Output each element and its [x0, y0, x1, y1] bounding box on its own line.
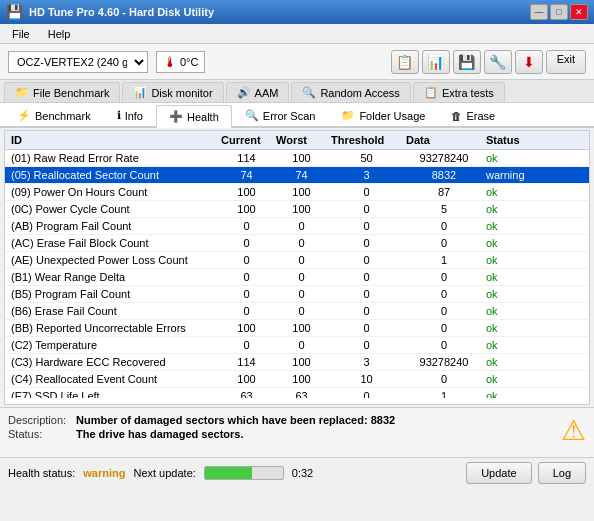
maximize-button[interactable]: □ [550, 4, 568, 20]
tab-extra-tests[interactable]: 📋 Extra tests [413, 82, 505, 102]
cell-current: 63 [219, 389, 274, 398]
col-status[interactable]: Status [484, 133, 554, 147]
tab-file-benchmark[interactable]: 📁 File Benchmark [4, 82, 120, 102]
cell-id: (C3) Hardware ECC Recovered [9, 355, 219, 369]
health-status-value: warning [83, 467, 125, 479]
folder-usage-icon: 📁 [341, 109, 355, 122]
tab-info[interactable]: ℹ Info [104, 105, 156, 126]
close-button[interactable]: ✕ [570, 4, 588, 20]
cell-threshold: 10 [329, 372, 404, 386]
table-row[interactable]: (B1) Wear Range Delta 0 0 0 0 ok [5, 269, 589, 286]
cell-current: 0 [219, 236, 274, 250]
cell-worst: 74 [274, 168, 329, 182]
cell-worst: 100 [274, 185, 329, 199]
cell-current: 74 [219, 168, 274, 182]
tab-folder-usage[interactable]: 📁 Folder Usage [328, 105, 438, 126]
tab-erase[interactable]: 🗑 Erase [438, 105, 508, 126]
cell-status: ok [484, 236, 554, 250]
cell-data: 0 [404, 321, 484, 335]
toolbar-btn-5[interactable]: ⬇ [515, 50, 543, 74]
cell-worst: 100 [274, 151, 329, 165]
col-data[interactable]: Data [404, 133, 484, 147]
table-row[interactable]: (C4) Reallocated Event Count 100 100 10 … [5, 371, 589, 388]
cell-threshold: 0 [329, 219, 404, 233]
aam-icon: 🔊 [237, 86, 251, 99]
table-row[interactable]: (01) Raw Read Error Rate 114 100 50 9327… [5, 150, 589, 167]
description-label: Description: [8, 414, 68, 426]
cell-data: 0 [404, 270, 484, 284]
cell-current: 100 [219, 185, 274, 199]
col-worst[interactable]: Worst [274, 133, 329, 147]
col-threshold[interactable]: Threshold [329, 133, 404, 147]
table-row[interactable]: (0C) Power Cycle Count 100 100 0 5 ok [5, 201, 589, 218]
table-row[interactable]: (05) Reallocated Sector Count 74 74 3 88… [5, 167, 589, 184]
tab-error-scan[interactable]: 🔍 Error Scan [232, 105, 329, 126]
table-row[interactable]: (AC) Erase Fail Block Count 0 0 0 0 ok [5, 235, 589, 252]
app-title: HD Tune Pro 4.60 - Hard Disk Utility [29, 6, 214, 18]
drive-select[interactable]: OCZ-VERTEX2 (240 gB) [8, 51, 148, 73]
tab-random-access[interactable]: 🔍 Random Access [291, 82, 410, 102]
update-button[interactable]: Update [466, 462, 531, 484]
cell-current: 114 [219, 355, 274, 369]
title-bar: 💾 HD Tune Pro 4.60 - Hard Disk Utility —… [0, 0, 594, 24]
temperature-display: 🌡 0°C [156, 51, 205, 73]
benchmark-icon: ⚡ [17, 109, 31, 122]
cell-status: ok [484, 270, 554, 284]
table-row[interactable]: (AB) Program Fail Count 0 0 0 0 ok [5, 218, 589, 235]
file-benchmark-icon: 📁 [15, 86, 29, 99]
col-id[interactable]: ID [9, 133, 219, 147]
thermometer-icon: 🌡 [163, 54, 177, 70]
tab-benchmark[interactable]: ⚡ Benchmark [4, 105, 104, 126]
cell-threshold: 0 [329, 287, 404, 301]
description-text: Number of damaged sectors which have bee… [76, 414, 395, 426]
menu-bar: File Help [0, 24, 594, 44]
table-row[interactable]: (C3) Hardware ECC Recovered 114 100 3 93… [5, 354, 589, 371]
col-current[interactable]: Current [219, 133, 274, 147]
tab-aam[interactable]: 🔊 AAM [226, 82, 290, 102]
cell-threshold: 0 [329, 236, 404, 250]
cell-data: 0 [404, 236, 484, 250]
cell-status: ok [484, 219, 554, 233]
main-content: ID Current Worst Threshold Data Status (… [4, 130, 590, 405]
cell-status: ok [484, 151, 554, 165]
status-label: Status: [8, 428, 68, 440]
cell-data: 93278240 [404, 151, 484, 165]
table-row[interactable]: (BB) Reported Uncorrectable Errors 100 1… [5, 320, 589, 337]
toolbar-btn-3[interactable]: 💾 [453, 50, 481, 74]
cell-id: (B1) Wear Range Delta [9, 270, 219, 284]
health-status-label: Health status: [8, 467, 75, 479]
table-row[interactable]: (AE) Unexpected Power Loss Count 0 0 0 1… [5, 252, 589, 269]
tab-health[interactable]: ➕ Health [156, 105, 232, 128]
error-scan-icon: 🔍 [245, 109, 259, 122]
table-row[interactable]: (B6) Erase Fail Count 0 0 0 0 ok [5, 303, 589, 320]
table-row[interactable]: (C2) Temperature 0 0 0 0 ok [5, 337, 589, 354]
table-row[interactable]: (B5) Program Fail Count 0 0 0 0 ok [5, 286, 589, 303]
temperature-value: 0°C [180, 56, 198, 68]
menu-help[interactable]: Help [44, 27, 75, 41]
cell-id: (AE) Unexpected Power Loss Count [9, 253, 219, 267]
table-row[interactable]: (09) Power On Hours Count 100 100 0 87 o… [5, 184, 589, 201]
next-update-label: Next update: [133, 467, 195, 479]
cell-threshold: 50 [329, 151, 404, 165]
cell-worst: 100 [274, 321, 329, 335]
disk-monitor-icon: 📊 [133, 86, 147, 99]
time-display: 0:32 [292, 467, 322, 479]
menu-file[interactable]: File [8, 27, 34, 41]
cell-status: ok [484, 185, 554, 199]
cell-status: ok [484, 304, 554, 318]
exit-button[interactable]: Exit [546, 50, 586, 74]
toolbar-btn-2[interactable]: 📊 [422, 50, 450, 74]
toolbar-btn-1[interactable]: 📋 [391, 50, 419, 74]
cell-id: (09) Power On Hours Count [9, 185, 219, 199]
cell-id: (C4) Reallocated Event Count [9, 372, 219, 386]
cell-status: ok [484, 321, 554, 335]
cell-status: ok [484, 372, 554, 386]
tab-disk-monitor[interactable]: 📊 Disk monitor [122, 82, 223, 102]
cell-id: (0C) Power Cycle Count [9, 202, 219, 216]
cell-id: (AC) Erase Fail Block Count [9, 236, 219, 250]
minimize-button[interactable]: — [530, 4, 548, 20]
table-row[interactable]: (E7) SSD Life Left 63 63 0 1 ok [5, 388, 589, 398]
toolbar-btn-4[interactable]: 🔧 [484, 50, 512, 74]
log-button[interactable]: Log [538, 462, 586, 484]
progress-bar [204, 466, 284, 480]
